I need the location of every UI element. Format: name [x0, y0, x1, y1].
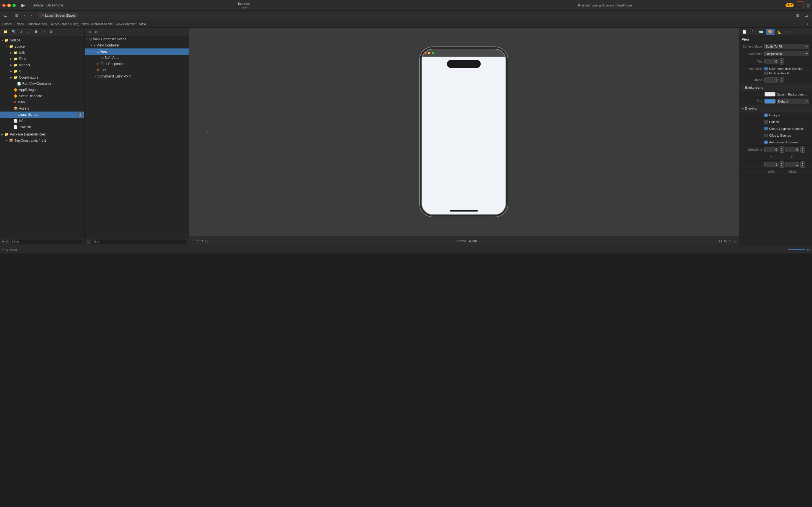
debug-icon-btn[interactable]: ⬢: [33, 29, 39, 34]
debug-toggle-btn[interactable]: ⊟: [807, 248, 810, 252]
warning-badge[interactable]: ⚠ 7: [785, 3, 794, 7]
hidden-checkbox[interactable]: [764, 120, 768, 124]
close-button[interactable]: [2, 4, 6, 7]
alpha-input[interactable]: [764, 77, 778, 82]
drawing-plus-icon[interactable]: +: [742, 106, 744, 111]
sidebar-item-main[interactable]: ▶ ✕ Main: [0, 99, 84, 105]
run-button[interactable]: ▶: [19, 1, 27, 9]
tint-select[interactable]: Default ▾: [777, 99, 809, 104]
bc-vc[interactable]: View Controller: [116, 22, 137, 25]
stretch-x-input[interactable]: [764, 147, 778, 152]
sidebar-item-coordinators[interactable]: ▶ 📁 Coordinators: [0, 74, 84, 80]
bc-launchscreen[interactable]: LaunchScreen: [27, 22, 47, 25]
sidebar-toggle-left[interactable]: ⊏: [2, 12, 9, 18]
sidebar-toggle-button[interactable]: ⊐: [806, 3, 810, 8]
canvas-resize-btn[interactable]: ⊞: [205, 239, 208, 243]
stretch-x-incr[interactable]: ▲: [780, 147, 784, 150]
bg-plus-icon[interactable]: +: [742, 86, 744, 90]
stretch-w-decr[interactable]: ▼: [780, 165, 784, 167]
autoresize-checkbox[interactable]: ✓: [764, 140, 768, 144]
warning-icon-btn[interactable]: ⚠: [18, 29, 25, 34]
maximize-button[interactable]: [12, 4, 16, 7]
sidebar-item-utils[interactable]: ▶ 📁 Utils: [0, 50, 84, 56]
folder-icon-btn[interactable]: 📁: [2, 29, 9, 34]
canvas-more-btn[interactable]: ⋯: [210, 239, 214, 243]
inspector-tab-file[interactable]: 📄: [740, 29, 749, 35]
sidebar-item-appdelegate[interactable]: ▶ 🔶 AppDelegate: [0, 87, 84, 93]
add-bottom-btn[interactable]: +: [2, 248, 4, 252]
stretch-y-input[interactable]: [785, 147, 799, 152]
stretch-y-stepper[interactable]: ▲ ▼: [801, 147, 805, 153]
filter-input[interactable]: [10, 239, 82, 244]
sidebar-item-solace-root[interactable]: ▼ 📁 Solace: [0, 37, 84, 43]
bc-vc-scene[interactable]: View Controller Scene: [82, 22, 113, 25]
tag-input[interactable]: [764, 59, 778, 64]
stretch-h-stepper[interactable]: ▲ ▼: [801, 161, 805, 168]
sidebar-item-scenedelegate[interactable]: ▶ 🔶 SceneDelegate: [0, 93, 84, 99]
opaque-checkbox[interactable]: ✓: [764, 114, 768, 117]
bc-launchscreen-base[interactable]: LaunchScreen (Base): [49, 22, 79, 25]
stretch-y-incr[interactable]: ▲: [801, 147, 805, 150]
outline-exit[interactable]: ▶ ⊡ Exit: [85, 67, 189, 73]
outline-nav-btn[interactable]: ◁: [86, 29, 93, 35]
sidebar-item-swiftlint[interactable]: ▶ 📄 .swiftlint: [0, 124, 84, 130]
sidebar-item-files[interactable]: ▶ 📁 Files: [0, 56, 84, 62]
multiple-touch-checkbox[interactable]: [764, 71, 768, 75]
sidebar-item-pkg-deps[interactable]: ▶ 📁 Package Dependencies: [0, 131, 84, 137]
clips-checkbox[interactable]: [764, 134, 768, 137]
tag-decrement[interactable]: ▼: [780, 61, 784, 64]
sidebar-item-launchscreen[interactable]: ▶ ✕ LaunchScreen M: [0, 112, 84, 118]
forward-btn[interactable]: ›: [29, 12, 34, 18]
stretch-h-incr[interactable]: ▲: [801, 162, 805, 165]
canvas-phone-icon[interactable]: 📱: [191, 239, 196, 243]
bc-solace-project[interactable]: Solace: [2, 22, 12, 25]
canvas-download-btn[interactable]: ⤓: [733, 239, 737, 243]
breadcrumb-project[interactable]: Solace: [33, 3, 43, 7]
inspector-tab-attributes[interactable]: 🎨: [766, 29, 774, 35]
stretch-x-decr[interactable]: ▼: [780, 150, 784, 152]
canvas-zoom-out[interactable]: ⊖: [728, 239, 732, 243]
file-tab[interactable]: ✕ LaunchScreen (Base): [39, 13, 78, 18]
search-icon-btn[interactable]: 🔍: [10, 29, 17, 34]
inspector-tab-connections[interactable]: ⟷: [784, 29, 794, 35]
settings-icon-btn[interactable]: ⚙: [48, 29, 54, 34]
clears-gc-checkbox[interactable]: ✓: [764, 127, 768, 130]
outline-vc[interactable]: ▼ ● View Controller: [85, 42, 189, 48]
nav-next-issue[interactable]: ›: [805, 21, 810, 27]
canvas-zoom-in[interactable]: ⊕: [724, 239, 727, 243]
stretch-w-input[interactable]: [764, 162, 778, 167]
alpha-stepper[interactable]: ▲ ▼: [779, 77, 784, 83]
outline-fwd-btn[interactable]: ▷: [94, 29, 100, 35]
outline-vc-scene[interactable]: ▼ ⬡ View Controller Scene: [85, 36, 189, 42]
test-icon-btn[interactable]: ✓: [26, 29, 32, 34]
alpha-decrement[interactable]: ▼: [780, 80, 784, 83]
git-icon-btn[interactable]: ⎇: [40, 29, 47, 34]
sidebar-item-ui[interactable]: ▶ 📁 UI: [0, 68, 84, 74]
tag-stepper[interactable]: ▲ ▼: [779, 58, 784, 64]
sidebar-item-info[interactable]: ▶ 📄 Info: [0, 118, 84, 124]
outline-filter-input[interactable]: [91, 239, 186, 244]
stretch-h-input[interactable]: [785, 162, 799, 167]
tint-color-swatch[interactable]: [764, 99, 776, 104]
tab-close-icon[interactable]: ✕: [42, 13, 44, 17]
nav-prev-issue[interactable]: ‹: [800, 21, 804, 27]
add-file-button[interactable]: +: [2, 240, 4, 244]
outline-view[interactable]: ▼ □ View: [85, 48, 189, 55]
stretch-x-stepper[interactable]: ▲ ▼: [779, 147, 784, 153]
stretch-h-decr[interactable]: ▼: [801, 165, 805, 167]
stretch-y-decr[interactable]: ▼: [801, 150, 805, 152]
sidebar-item-models[interactable]: ▶ 📁 Models: [0, 62, 84, 68]
sidebar-item-rootvc[interactable]: ▶ 📄 RootViewController: [0, 80, 84, 87]
outline-storyboard-entry[interactable]: ▶ ⊳ Storyboard Entry Point: [85, 73, 189, 79]
inspector-right-toggle[interactable]: ⊐: [803, 12, 810, 18]
canvas-rotate-btn[interactable]: ⟳: [200, 239, 204, 243]
breadcrumb-device[interactable]: DelaPhone: [47, 3, 63, 7]
user-interaction-checkbox[interactable]: ✓: [764, 67, 768, 70]
inspector-tab-quick-help[interactable]: ?: [749, 29, 756, 35]
inspector-tab-size[interactable]: 📐: [775, 29, 784, 35]
background-color-swatch[interactable]: [764, 92, 776, 97]
stretch-w-stepper[interactable]: ▲ ▼: [779, 161, 784, 168]
tag-increment[interactable]: ▲: [780, 59, 784, 61]
back-btn[interactable]: ‹: [22, 12, 27, 18]
sidebar-item-tinyconstraints[interactable]: ▶ 📦 TinyConstraints 4.0.2: [0, 137, 84, 144]
